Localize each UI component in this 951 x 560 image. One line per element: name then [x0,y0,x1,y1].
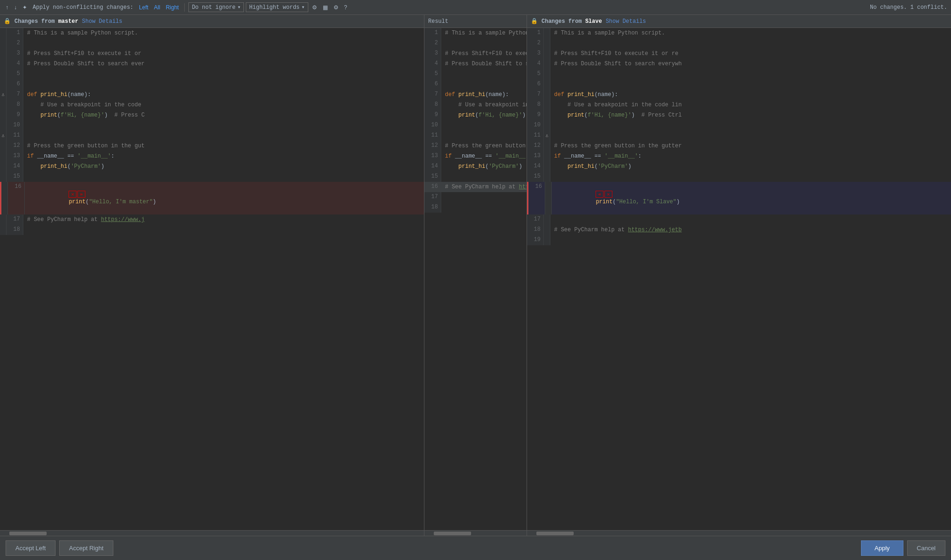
settings-icon-btn[interactable]: ⚙ [310,3,319,12]
right-annotation-6 [544,79,550,90]
right-content-8: # Use a breakpoint in the code lin [550,100,951,110]
left-line-9: 9 print(f'Hi, {name}') # Press C [0,110,424,120]
left-scrollbar-thumb[interactable] [9,532,47,535]
left-pane-content[interactable]: 1 # This is a sample Python script. 2 3 … [0,28,424,530]
center-gutter-18: 18 [424,202,441,213]
left-content-15 [23,172,424,182]
left-lock-icon: 🔒 [4,18,11,25]
left-annotation-4 [0,59,7,69]
center-content-6 [441,79,527,90]
left-content-13: if __name__ == '__main__': [23,151,424,161]
right-line-4: 4 # Press Double Shift to search everywh [527,59,951,69]
center-content-7: def print_hi(name): [441,90,527,100]
left-content-10 [23,120,424,131]
apply-all-btn[interactable]: All [152,3,162,12]
right-scrollbar[interactable] [527,530,951,536]
gear-icon-btn[interactable]: ⚙ [332,3,340,12]
left-line-2: 2 [0,38,424,48]
bottom-bar: Accept Left Accept Right Apply Cancel [0,536,951,560]
right-line-2: 2 [527,38,951,48]
center-content-12: # Press the green button in the gutter [441,141,527,151]
right-annotation-19 [544,235,550,245]
toolbar: ↑ ↓ ✦ Apply non-conflicting changes: Lef… [0,0,951,15]
left-content-4: # Press Double Shift to search ever [23,59,424,69]
accept-right-button[interactable]: Accept Right [59,540,113,556]
left-gutter-14: 14 [7,161,23,172]
left-show-details-link[interactable]: Show Details [82,18,122,25]
right-gutter-2: 2 [527,38,544,48]
center-scrollbar-thumb[interactable] [434,532,471,535]
left-content-7: def print_hi(name): [23,90,424,100]
up-arrow-btn[interactable]: ↑ [4,3,10,12]
left-line-7: ⚓ 7 def print_hi(name): [0,90,424,100]
right-scrollbar-thumb[interactable] [536,532,574,535]
apply-right-btn[interactable]: Right [164,3,180,12]
apply-button[interactable]: Apply [861,540,903,556]
center-line-12: 12 # Press the green button in the gutte… [424,141,527,151]
right-gutter-9: 9 [527,110,544,120]
right-line-16: 16 « ✕ print("Hello, I'm Slave") [527,182,951,214]
left-content-9: print(f'Hi, {name}') # Press C [23,110,424,120]
apply-left-btn[interactable]: Left [137,3,150,12]
apply-non-conflicting-label: Apply non-conflicting changes: [31,4,135,11]
down-arrow-btn[interactable]: ↓ [12,3,19,12]
left-content-11 [23,131,424,141]
right-reject-btn[interactable]: ✕ [604,191,612,198]
center-content-9: print(f'Hi, {name}') # Press Ctrl+ [441,110,527,120]
right-gutter-15: 15 [527,172,544,182]
right-show-details-link[interactable]: Show Details [606,18,646,25]
right-line-17: 17 [527,214,951,225]
center-line-7: 7 def print_hi(name): [424,90,527,100]
left-annotation-16 [1,182,8,214]
left-gutter-5: 5 [7,69,23,79]
left-line-4: 4 # Press Double Shift to search ever [0,59,424,69]
center-scrollbar[interactable] [424,530,527,536]
left-accept-right-btn[interactable]: » [77,191,85,198]
ignore-dropdown[interactable]: Do not ignore ▾ [188,2,244,12]
center-content-16: # See PyCharm help at https://www.jetbr [441,182,527,192]
right-gutter-11: 11 [527,131,544,141]
right-line-5: 5 [527,69,951,79]
cancel-button[interactable]: Cancel [907,540,945,556]
left-gutter-8: 8 [7,100,23,110]
accept-left-button[interactable]: Accept Left [6,540,56,556]
right-gutter-8: 8 [527,100,544,110]
left-gutter-7: 7 [7,90,23,100]
right-gutter-10: 10 [527,120,544,131]
right-accept-left-btn[interactable]: « [596,191,604,198]
left-line-18: 18 [0,225,424,235]
center-pane-content[interactable]: 1 # This is a sample Python script. 2 3 … [424,28,527,530]
center-gutter-6: 6 [424,79,441,90]
center-line-6: 6 [424,79,527,90]
center-line-15: 15 [424,172,527,182]
center-content-5 [441,69,527,79]
right-annotation-16 [545,182,552,214]
left-reject-btn[interactable]: ✕ [69,191,76,198]
right-pane-content[interactable]: 1 # This is a sample Python script. 2 3 … [527,28,951,530]
left-gutter-4: 4 [7,59,23,69]
center-gutter-1: 1 [424,28,441,38]
left-content-18 [23,225,424,235]
right-content-18: # See PyCharm help at https://www.jetb [550,225,951,235]
right-annotation-3 [544,48,550,59]
columns-icon-btn[interactable]: ▦ [321,3,330,12]
right-line-6: 6 [527,79,951,90]
left-annotation-15 [0,172,7,182]
help-icon-btn[interactable]: ? [342,3,349,12]
right-gutter-3: 3 [527,48,544,59]
left-line-15: 15 [0,172,424,182]
left-content-1: # This is a sample Python script. [23,28,424,38]
left-gutter-10: 10 [7,120,23,131]
magic-wand-btn[interactable]: ✦ [21,3,29,12]
center-line-18: 18 [424,202,527,213]
highlight-dropdown[interactable]: Highlight words ▾ [246,2,308,12]
left-scrollbar[interactable] [0,530,424,536]
center-content-18 [441,202,527,213]
center-line-14: 14 print_hi('PyCharm') [424,161,527,172]
right-code-lines: 1 # This is a sample Python script. 2 3 … [527,28,951,245]
right-annotation-12 [544,141,550,151]
left-content-12: # Press the green button in the gut [23,141,424,151]
left-line-5: 5 [0,69,424,79]
left-annotation-2 [0,38,7,48]
left-annotation-10 [0,120,7,131]
